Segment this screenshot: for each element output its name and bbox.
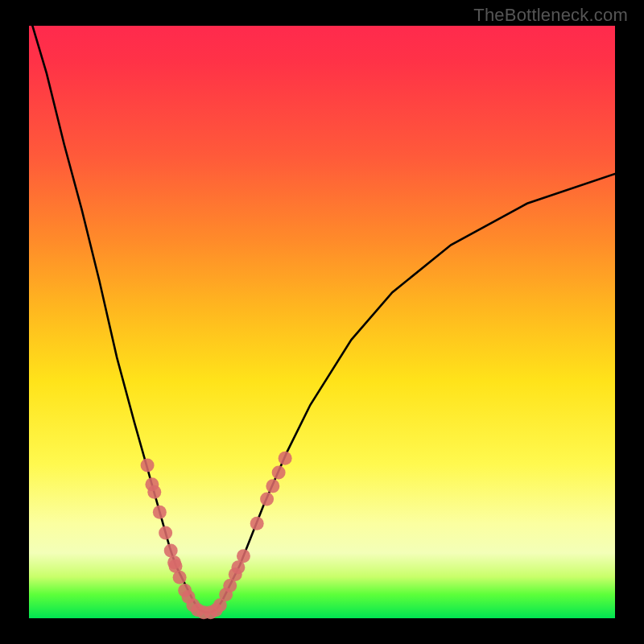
sample-point: [159, 526, 172, 540]
sample-point: [260, 493, 274, 506]
sample-point: [266, 479, 279, 493]
sample-points: [141, 452, 292, 619]
chart-frame: TheBottleneck.com: [0, 0, 644, 644]
sample-point: [237, 549, 250, 563]
curve-layer: [29, 26, 615, 618]
plot-area: [29, 26, 615, 618]
watermark-text: TheBottleneck.com: [473, 5, 628, 26]
sample-point: [250, 517, 264, 530]
sample-point: [279, 452, 292, 465]
sample-point: [173, 571, 187, 584]
sample-point: [141, 459, 155, 473]
sample-point: [272, 465, 286, 479]
sample-point: [164, 544, 178, 558]
bottleneck-curve: [29, 14, 615, 612]
sample-point: [153, 506, 167, 519]
sample-point: [147, 485, 161, 499]
